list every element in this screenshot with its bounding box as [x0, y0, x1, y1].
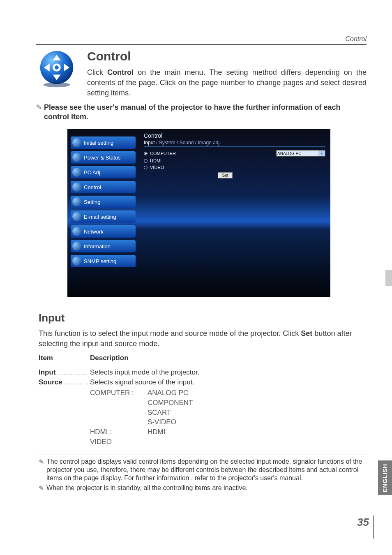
intro-block: Control Click Control on the main menu. …	[36, 49, 367, 99]
source-options-table: COMPUTER :ANALOG PCCOMPONENTSCARTS-VIDEO…	[90, 388, 367, 447]
footer-notes: ✎The control page displays valid control…	[39, 455, 367, 494]
source-option-row: VIDEO	[90, 437, 367, 447]
chevron-down-icon[interactable]: ▾	[318, 150, 325, 156]
source-option-row: HDMI :HDMI	[90, 427, 367, 437]
intro-paragraph: Click Control on the main menu. The sett…	[87, 67, 367, 99]
sidebar: Initial settingPower & StatusPC Adj.Cont…	[67, 129, 139, 297]
control-panel: Control Input / System / Sound / Image a…	[139, 129, 330, 297]
source-option-row: SCART	[90, 408, 367, 418]
sidebar-item-icon	[72, 242, 81, 251]
source-dropdown[interactable]: ANALOG PC▾	[276, 150, 325, 157]
tab[interactable]: Image adj.	[198, 140, 221, 146]
radio-label: COMPUTER	[150, 151, 176, 156]
svg-point-1	[43, 83, 70, 88]
sidebar-item-label: E-mail setting	[84, 214, 116, 220]
sidebar-item[interactable]: Initial setting	[71, 136, 136, 149]
sidebar-item[interactable]: Setting	[71, 196, 136, 208]
sidebar-item[interactable]: SNMP setting	[71, 255, 136, 267]
sidebar-item-icon	[72, 197, 81, 206]
note-block: ✎ Please see the user's manual of the pr…	[36, 103, 367, 122]
tab[interactable]: Input	[144, 140, 155, 146]
footnote: ✎When the projector is in standby, all t…	[39, 484, 367, 493]
pen-icon: ✎	[36, 103, 42, 122]
source-option-row: COMPONENT	[90, 398, 367, 408]
sidebar-item-icon	[72, 183, 81, 192]
embedded-screenshot: Initial settingPower & StatusPC Adj.Cont…	[67, 129, 330, 297]
pen-icon: ✎	[39, 484, 44, 493]
header-rule	[36, 44, 367, 45]
table-header-item: Item	[39, 354, 90, 362]
sidebar-item[interactable]: Control	[71, 181, 136, 193]
sidebar-item-icon	[72, 168, 81, 177]
control-heading: Control	[87, 49, 367, 63]
radio-icon[interactable]	[144, 166, 148, 169]
pen-icon: ✎	[39, 458, 44, 482]
sidebar-item-label: Information	[84, 243, 111, 250]
set-button[interactable]: Set	[218, 172, 233, 178]
sidebar-item[interactable]: Power & Status	[71, 151, 136, 164]
table-header: Item Description	[39, 354, 367, 362]
source-option-row: S-VIDEO	[90, 417, 367, 427]
table-row: Input........................ Selects in…	[39, 368, 367, 377]
sidebar-item[interactable]: PC Adj.	[71, 166, 136, 178]
sidebar-item-icon	[72, 212, 81, 221]
input-radio-row[interactable]: COMPUTERANALOG PC▾	[144, 150, 325, 157]
sidebar-item[interactable]: Information	[71, 240, 136, 252]
sidebar-item[interactable]: Network	[71, 225, 136, 238]
input-section: Input This function is to select the inp…	[39, 312, 367, 447]
radio-label: VIDEO	[150, 165, 164, 170]
note-text: Please see the user's manual of the proj…	[44, 103, 367, 122]
sidebar-item[interactable]: E-mail setting	[71, 210, 136, 223]
page-number: 35	[357, 516, 369, 529]
table-row: Source...................... Selects sig…	[39, 377, 367, 447]
radio-icon[interactable]	[144, 159, 148, 163]
sidebar-item-icon	[72, 153, 81, 162]
page-number-rule	[373, 516, 374, 539]
sidebar-item-label: Network	[84, 229, 104, 235]
sidebar-item-label: Setting	[84, 199, 100, 205]
header-section-label: Control	[345, 35, 367, 43]
table-header-desc: Description	[90, 354, 129, 362]
sidebar-item-label: Power & Status	[84, 155, 121, 161]
panel-title: Control	[144, 132, 325, 139]
side-tab-marker	[385, 270, 392, 286]
sidebar-item-label: PC Adj.	[84, 169, 101, 176]
footer-rule	[39, 455, 367, 455]
svg-point-7	[55, 65, 59, 69]
sidebar-item-label: Control	[84, 184, 101, 190]
control-icon	[36, 49, 77, 89]
tab-row[interactable]: Input / System / Sound / Image adj.	[144, 140, 325, 147]
tab[interactable]: System	[159, 140, 175, 146]
page: Control	[0, 0, 392, 555]
sidebar-item-icon	[72, 257, 81, 266]
sidebar-item-label: SNMP setting	[84, 258, 116, 264]
sidebar-item-icon	[72, 227, 81, 236]
radio-icon[interactable]	[144, 152, 148, 155]
tab[interactable]: Sound	[180, 140, 194, 146]
sidebar-item-icon	[72, 138, 81, 147]
input-heading: Input	[39, 312, 367, 324]
sidebar-item-label: Initial setting	[84, 140, 113, 146]
input-radio-row[interactable]: VIDEO	[144, 165, 325, 170]
source-option-row: COMPUTER :ANALOG PC	[90, 388, 367, 398]
language-tab: ENGLISH	[378, 460, 392, 495]
intro-text: Control Click Control on the main menu. …	[87, 49, 367, 99]
input-description: This function is to select the input mod…	[39, 328, 367, 349]
input-radio-row[interactable]: HDMI	[144, 158, 325, 163]
radio-label: HDMI	[150, 158, 161, 163]
table-rule	[39, 364, 228, 364]
footnote: ✎The control page displays valid control…	[39, 458, 367, 482]
